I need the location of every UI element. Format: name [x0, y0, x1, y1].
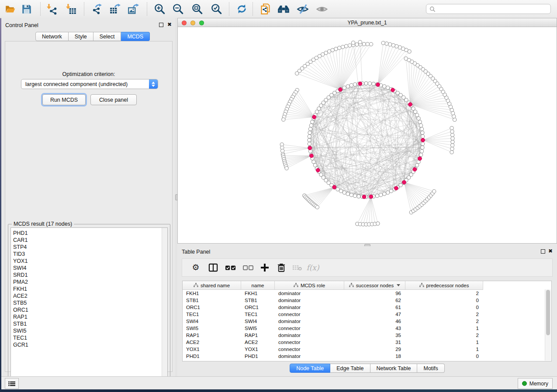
table-row[interactable]: RAP1RAP1dominator352 [183, 332, 483, 339]
clone-network-icon[interactable] [259, 3, 272, 15]
table-cell: SWI4 [241, 319, 275, 324]
table-cell: STB1 [183, 298, 241, 303]
mcds-result-item[interactable]: STB1 [11, 320, 167, 327]
criterion-dropdown[interactable]: largest connected component (undirected) [21, 79, 158, 89]
tab-mcds[interactable]: MCDS [121, 32, 150, 41]
mcds-result-item[interactable]: GCR1 [11, 341, 167, 348]
delete-table-icon[interactable] [291, 261, 304, 274]
zoom-selected-icon[interactable] [210, 3, 223, 15]
tab-motifs[interactable]: Motifs [417, 364, 444, 373]
mcds-result-item[interactable]: STP4 [11, 244, 167, 251]
open-file-icon[interactable] [3, 3, 17, 15]
table-row[interactable]: ACE2ACE2connector311 [183, 339, 483, 346]
tab-node-table[interactable]: Node Table [290, 364, 330, 373]
mcds-result-item[interactable]: CAR1 [11, 237, 167, 244]
function-builder-icon[interactable]: f(x) [306, 261, 319, 274]
run-mcds-button[interactable]: Run MCDS [42, 94, 86, 105]
select-all-icon[interactable] [224, 261, 237, 274]
optimization-criterion-label: Optimization criterion: [5, 71, 172, 77]
table-cell: SWI5 [241, 326, 275, 331]
mcds-result-item[interactable]: TEC1 [11, 334, 167, 341]
table-cell: dominator [275, 305, 344, 310]
table-scrollbar[interactable] [545, 289, 551, 361]
close-panel-icon[interactable]: ✖ [548, 249, 553, 253]
table-row[interactable]: TEC1TEC1connector472 [183, 311, 483, 318]
mcds-result-item[interactable]: SRD1 [11, 272, 167, 279]
table-row[interactable]: FKH1FKH1dominator962 [183, 290, 483, 297]
column-header-name[interactable]: name [241, 281, 275, 289]
table-cell: 1 [405, 347, 483, 352]
mcds-result-item[interactable]: PHD1 [11, 230, 167, 237]
first-neighbors-icon[interactable] [277, 3, 290, 15]
table-options-icon[interactable]: ⚙ [189, 261, 202, 274]
table-cell: 0 [405, 298, 483, 303]
table-row[interactable]: ORC1ORC1dominator610 [183, 304, 483, 311]
tab-select[interactable]: Select [93, 32, 121, 41]
table-cell: 31 [344, 340, 405, 345]
tab-style[interactable]: Style [69, 32, 93, 41]
delete-column-icon[interactable] [275, 261, 288, 274]
table-row[interactable]: SWI4SWI4dominator462 [183, 318, 483, 325]
tab-edge-table[interactable]: Edge Table [330, 364, 370, 373]
float-panel-icon[interactable] [541, 249, 545, 254]
export-table-icon[interactable] [108, 3, 121, 15]
export-image-icon[interactable] [127, 3, 140, 15]
table-cell: 0 [405, 305, 483, 310]
list-scrollbar[interactable] [162, 228, 167, 385]
close-panel-icon[interactable]: ✖ [167, 22, 172, 27]
search-input[interactable] [438, 6, 544, 13]
tab-network-table[interactable]: Network Table [370, 364, 418, 373]
float-panel-icon[interactable] [159, 23, 163, 27]
mcds-result-item[interactable]: SWI4 [11, 265, 167, 272]
table-cell: FKH1 [241, 291, 275, 296]
table-cell: 61 [344, 305, 405, 310]
scrollbar-thumb[interactable] [546, 290, 550, 335]
import-table-icon[interactable] [65, 3, 78, 15]
mcds-result-item[interactable]: PMA2 [11, 279, 167, 285]
refresh-layout-icon[interactable] [235, 3, 248, 15]
toolbar-separator [229, 2, 229, 16]
close-panel-button[interactable]: Close panel [90, 94, 137, 105]
network-window: YPA_prune.txt_1 [177, 18, 557, 244]
table-row[interactable]: PHD1PHD1dominator180 [183, 353, 483, 360]
unselect-all-icon[interactable] [242, 261, 255, 274]
mcds-result-item[interactable]: SWI5 [11, 327, 167, 334]
table-tabs: Node TableEdge TableNetwork TableMotifs [290, 364, 445, 373]
table-row[interactable]: SWI5SWI5connector431 [183, 325, 483, 332]
column-header-MCDS-role[interactable]: MCDS role [275, 281, 344, 289]
table-cell: YOX1 [241, 347, 275, 352]
search-box[interactable] [426, 4, 551, 14]
memory-button[interactable]: Memory [518, 378, 553, 389]
status-bar: Memory [1, 376, 557, 389]
mcds-result-item[interactable]: ORC1 [11, 306, 167, 313]
network-canvas[interactable] [178, 27, 557, 243]
table-row[interactable]: YOX1YOX1connector291 [183, 346, 483, 353]
mcds-result-item[interactable]: ACE2 [11, 292, 167, 299]
mcds-result-item[interactable]: YOX1 [11, 258, 167, 265]
column-header-shared-name[interactable]: shared name [183, 281, 241, 289]
column-layout-icon[interactable] [207, 261, 220, 274]
network-titlebar[interactable]: YPA_prune.txt_1 [178, 18, 557, 27]
save-session-icon[interactable] [20, 3, 33, 15]
add-column-icon[interactable] [258, 261, 271, 274]
hide-selected-icon[interactable] [296, 3, 309, 15]
status-menu-button[interactable] [5, 378, 19, 389]
tab-network[interactable]: Network [35, 32, 69, 41]
zoom-out-icon[interactable] [171, 3, 184, 15]
control-panel-tabs: NetworkStyleSelectMCDS [35, 32, 150, 41]
node-table[interactable]: shared namenameMCDS rolesuccessor nodesp… [182, 281, 552, 361]
mcds-result-item[interactable]: FKH1 [11, 285, 167, 292]
column-header-predecessor-nodes[interactable]: predecessor nodes [405, 281, 483, 289]
mcds-result-item[interactable]: RAP1 [11, 313, 167, 320]
mcds-result-item[interactable]: STB5 [11, 299, 167, 306]
show-all-icon[interactable] [315, 3, 329, 15]
import-network-icon[interactable] [45, 3, 59, 15]
table-row[interactable]: STB1STB1dominator620 [183, 297, 483, 304]
zoom-in-icon[interactable] [153, 3, 166, 15]
table-cell: ACE2 [241, 340, 275, 345]
export-network-icon[interactable] [90, 3, 103, 15]
zoom-fit-icon[interactable] [190, 3, 204, 15]
mcds-result-list[interactable]: PHD1CAR1STP4TID3YOX1SWI4SRD1PMA2FKH1ACE2… [10, 227, 168, 385]
column-header-successor-nodes[interactable]: successor nodes [344, 281, 405, 289]
mcds-result-item[interactable]: TID3 [11, 251, 167, 258]
